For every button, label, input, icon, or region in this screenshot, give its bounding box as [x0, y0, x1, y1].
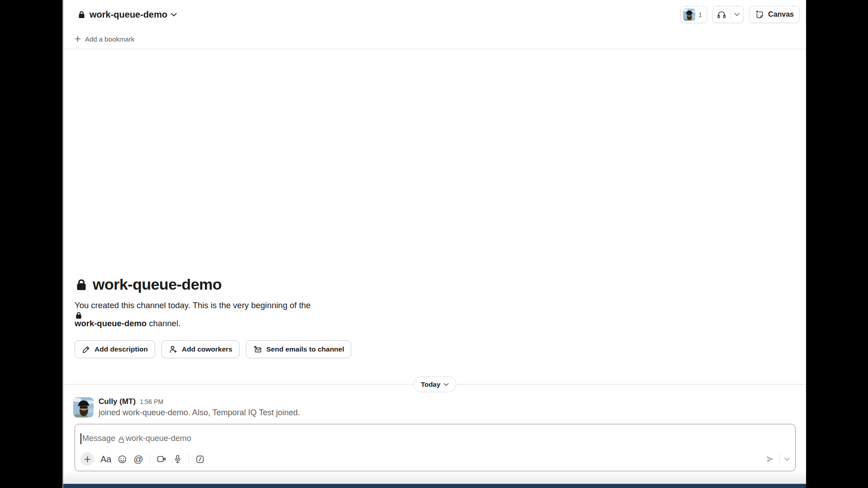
date-pill-button[interactable]: Today [413, 376, 456, 392]
attach-plus-button[interactable] [80, 452, 94, 466]
email-icon [253, 345, 262, 354]
bottom-navy-bar [63, 483, 806, 488]
huddle-divider [730, 9, 731, 19]
lock-icon [77, 10, 86, 19]
intro-description: You created this channel today. This is … [75, 300, 795, 328]
send-emails-button[interactable]: Send emails to channel [246, 340, 351, 358]
mention-button[interactable]: @ [133, 454, 143, 465]
composer-toolbar: Aa @ [75, 450, 795, 471]
lock-icon [75, 311, 83, 319]
lock-outline-icon [118, 436, 125, 443]
huddle-button[interactable] [712, 6, 744, 23]
plus-icon [75, 36, 81, 42]
pencil-icon [82, 345, 90, 354]
add-description-label: Add description [94, 345, 148, 353]
channel-header: work-queue-demo 1 [63, 0, 806, 29]
chevron-down-icon [171, 13, 177, 17]
window-bottom-strip [63, 471, 806, 483]
send-emails-label: Send emails to channel [266, 345, 344, 353]
channel-intro: work-queue-demo You created this channel… [63, 276, 806, 358]
message-row[interactable]: Cully (MT) 1:56 PM joined work-queue-dem… [63, 393, 806, 424]
composer-placeholder-channel: work-queue-demo [126, 434, 191, 443]
message-author[interactable]: Cully (MT) [99, 397, 136, 406]
lock-icon [75, 278, 88, 291]
composer-placeholder-prefix: Message [82, 434, 115, 443]
canvas-label: Canvas [768, 10, 794, 19]
intro-heading: work-queue-demo [75, 276, 795, 293]
message-body: joined work-queue-demo. Also, Temporal I… [99, 408, 300, 418]
send-button[interactable] [765, 454, 775, 464]
send-group [765, 454, 790, 464]
text-caret [80, 433, 81, 444]
intro-line-prefix: You created this channel today. This is … [75, 300, 311, 310]
chevron-down-icon [443, 383, 448, 386]
add-coworkers-button[interactable]: Add coworkers [161, 340, 240, 358]
canvas-button[interactable]: Canvas [749, 6, 800, 23]
send-divider [779, 454, 780, 464]
add-coworkers-label: Add coworkers [182, 345, 232, 353]
canvas-icon [755, 10, 764, 19]
add-bookmark-button[interactable]: Add a bookmark [75, 35, 134, 43]
headphones-icon [717, 9, 726, 19]
date-pill-label: Today [421, 380, 440, 388]
date-divider: Today [63, 376, 806, 393]
video-button[interactable] [156, 455, 167, 464]
intro-line-suffix: channel. [146, 319, 180, 328]
message-composer: Messagework-queue-demo Aa @ [75, 424, 796, 471]
intro-heading-text: work-queue-demo [93, 276, 222, 293]
bookmarks-bar: Add a bookmark [63, 29, 806, 49]
members-button[interactable]: 1 [680, 6, 707, 23]
toolbar-divider [189, 454, 189, 464]
composer-wrap: Messagework-queue-demo Aa @ [63, 424, 806, 471]
toolbar-divider [150, 454, 150, 464]
shortcuts-button[interactable] [195, 455, 205, 464]
message-header: Cully (MT) 1:56 PM [99, 397, 300, 406]
huddle-chevron-down-icon[interactable] [734, 13, 740, 16]
message-pane: work-queue-demo You created this channel… [63, 49, 806, 424]
slack-channel-view: work-queue-demo 1 [62, 0, 806, 488]
send-options-chevron-icon[interactable] [784, 457, 790, 461]
message-input[interactable]: Messagework-queue-demo [75, 424, 795, 450]
message-content: Cully (MT) 1:56 PM joined work-queue-dem… [99, 397, 300, 418]
message-timestamp[interactable]: 1:56 PM [140, 398, 163, 405]
intro-line-channel: work-queue-demo [75, 319, 146, 328]
formatting-button[interactable]: Aa [100, 454, 111, 465]
add-bookmark-label: Add a bookmark [85, 35, 134, 43]
channel-title-button[interactable]: work-queue-demo [75, 8, 179, 22]
audio-clip-button[interactable] [173, 454, 182, 464]
channel-title: work-queue-demo [90, 9, 167, 20]
header-actions: 1 [680, 6, 800, 23]
person-add-icon [169, 345, 178, 354]
avatar[interactable] [73, 397, 94, 418]
member-avatar [683, 9, 695, 21]
member-count: 1 [698, 11, 702, 19]
intro-actions: Add description Add coworkers [75, 340, 795, 358]
emoji-button[interactable] [118, 455, 127, 464]
add-description-button[interactable]: Add description [75, 340, 155, 358]
